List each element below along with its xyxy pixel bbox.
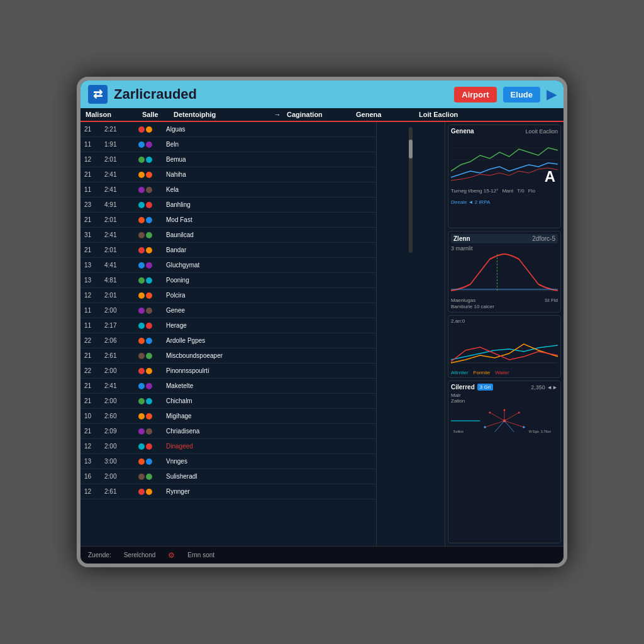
- cilerred-section: Cilerred 3 Grl 2,350 ◄► Malr Zatlon: [448, 380, 561, 543]
- legend-attrnlier: Attrnlier: [451, 370, 469, 375]
- flight-destination: Mod Fast: [166, 216, 273, 223]
- loit-subtitle: Looit Eaclion: [525, 128, 558, 135]
- flight-panel: 212:21Alguas111:91Beln122:01Bemua212:41N…: [80, 122, 376, 546]
- flight-row[interactable]: 112:17Herage: [80, 318, 376, 333]
- flight-icons: [138, 262, 164, 269]
- flight-destination: Gluchgymat: [166, 262, 273, 269]
- flight-destination: Kela: [166, 186, 273, 193]
- flight-row[interactable]: 234:91Banhling: [80, 197, 376, 213]
- flight-row[interactable]: 212:09Chriadisena: [80, 424, 376, 439]
- flight-destination: Migihage: [166, 413, 273, 419]
- flight-destination: Nahiha: [166, 171, 273, 178]
- flight-row[interactable]: 212:61Miscboundspoeaper: [80, 348, 376, 364]
- flight-icons: [138, 277, 164, 284]
- flight-row[interactable]: 134:41Gluchgymat: [80, 258, 376, 273]
- flight-row[interactable]: 112:00Genee: [80, 303, 376, 318]
- footer-zuende: Zuende:: [88, 552, 111, 558]
- flight-destination: Beln: [166, 141, 273, 148]
- zlenn-sub: 3 marnlit: [451, 245, 558, 252]
- flights-list[interactable]: 212:21Alguas111:91Beln122:01Bemua212:41N…: [80, 122, 376, 546]
- legend-formlie: Formlie: [474, 370, 491, 375]
- svg-text:W Ego, 3.76un: W Ego, 3.76un: [529, 430, 552, 433]
- flight-destination: Pinonnsspoulrti: [166, 367, 273, 374]
- line-chart-section: 2,an:0 Attrnlier Formlie Wailer: [448, 315, 561, 378]
- flight-icons: [138, 292, 164, 299]
- flight-row[interactable]: 112:41Kela: [80, 182, 376, 197]
- genena-chart-area: A: [451, 136, 558, 187]
- zlenn-label2: St Fld: [545, 297, 558, 303]
- info-direale: Direale ◄ 2 IRPA: [451, 199, 490, 205]
- flight-row[interactable]: 162:00Sulisheradl: [80, 469, 376, 484]
- svg-point-16: [484, 426, 486, 428]
- flight-destination: Rynnger: [166, 488, 273, 495]
- svg-point-18: [503, 409, 505, 411]
- flight-row[interactable]: 122:01Bemua: [80, 152, 376, 167]
- flight-icons: [138, 338, 164, 344]
- flight-row[interactable]: 222:06Ardolle Pgpes: [80, 333, 376, 348]
- flight-icons: [138, 413, 164, 419]
- flight-icons: [138, 308, 164, 314]
- flight-row[interactable]: 102:60Migihage: [80, 409, 376, 424]
- svg-point-14: [489, 411, 491, 413]
- flight-row[interactable]: 212:21Alguas: [80, 122, 376, 137]
- flight-icons: [138, 126, 164, 133]
- flight-destination: Herage: [166, 322, 273, 329]
- footer-serelchond: Serelchond: [124, 552, 156, 558]
- flight-row[interactable]: 133:00Vnnges: [80, 454, 376, 469]
- column-headers: Malison Salle Detentoiphig → Cagination …: [80, 108, 564, 122]
- flight-icons: [138, 458, 164, 465]
- col-arrow: →: [268, 111, 287, 118]
- flight-destination: Bemua: [166, 156, 273, 163]
- flight-icons: [138, 202, 164, 208]
- svg-point-17: [523, 426, 525, 428]
- footer-ernn: Ernn sont: [187, 552, 214, 558]
- header-arrow-icon: ▶: [547, 87, 556, 102]
- settings-icon[interactable]: ⚙: [168, 551, 175, 560]
- flight-row[interactable]: 212:01Bandar: [80, 243, 376, 258]
- info-mant: Mant: [502, 188, 513, 194]
- flight-row[interactable]: 212:41Maketelte: [80, 379, 376, 394]
- flight-row[interactable]: 222:00Pinonnsspoulrti: [80, 364, 376, 379]
- zlenn-title: Zlenn: [453, 235, 470, 242]
- flight-row[interactable]: 212:01Mod Fast: [80, 213, 376, 228]
- flight-row[interactable]: 122:00Dinageed: [80, 439, 376, 454]
- flight-icons: [138, 142, 164, 148]
- header-title: Zarlicrauded: [114, 86, 448, 103]
- col-cagination: Cagination: [287, 111, 356, 118]
- flight-destination: Ardolle Pgpes: [166, 337, 273, 344]
- flight-row[interactable]: 134:81Pooning: [80, 273, 376, 288]
- cagination-content: [377, 122, 445, 546]
- zlenn-section: Zlenn 2dforc-5 3 marnlit Maenlugas St Fl…: [448, 231, 561, 313]
- flight-icons: [138, 353, 164, 359]
- flight-row[interactable]: 312:41Baunilcad: [80, 228, 376, 243]
- cilerred-title: Cilerred: [451, 384, 475, 391]
- line-val-label: 2,an:0: [451, 318, 465, 324]
- flight-row[interactable]: 212:00Chichalm: [80, 394, 376, 409]
- cagination-scrollbar[interactable]: [409, 127, 413, 253]
- flight-row[interactable]: 111:91Beln: [80, 137, 376, 152]
- col-salle: Salle: [142, 111, 174, 118]
- flight-destination: Bandar: [166, 247, 273, 253]
- svg-point-15: [518, 411, 520, 413]
- flight-icons: [138, 172, 164, 178]
- big-a-label: A: [545, 168, 555, 186]
- flight-destination: Pooning: [166, 277, 273, 284]
- flight-icons: [138, 474, 164, 480]
- right-panel: Genena Looit Eaclion: [445, 122, 564, 546]
- flight-row[interactable]: 122:61Rynnger: [80, 484, 376, 499]
- flight-row[interactable]: 122:01Polcira: [80, 288, 376, 303]
- flight-icons: [138, 398, 164, 404]
- airport-button[interactable]: Airport: [454, 87, 496, 103]
- line-chart-svg: [451, 325, 558, 366]
- elude-button[interactable]: Elude: [503, 87, 540, 103]
- info-t0: T/0: [517, 188, 525, 194]
- flight-row[interactable]: 212:41Nahiha: [80, 167, 376, 182]
- genena-chart-section: Genena Looit Eaclion: [448, 125, 561, 228]
- flight-destination: Baunilcad: [166, 231, 273, 238]
- flight-destination: Genee: [166, 307, 273, 314]
- flight-icons: [138, 368, 164, 374]
- flight-icons: [138, 232, 164, 238]
- genena-svg-chart: [451, 136, 558, 184]
- flight-destination: Chichalm: [166, 397, 273, 404]
- cilerred-badge: 3 Grl: [477, 384, 493, 391]
